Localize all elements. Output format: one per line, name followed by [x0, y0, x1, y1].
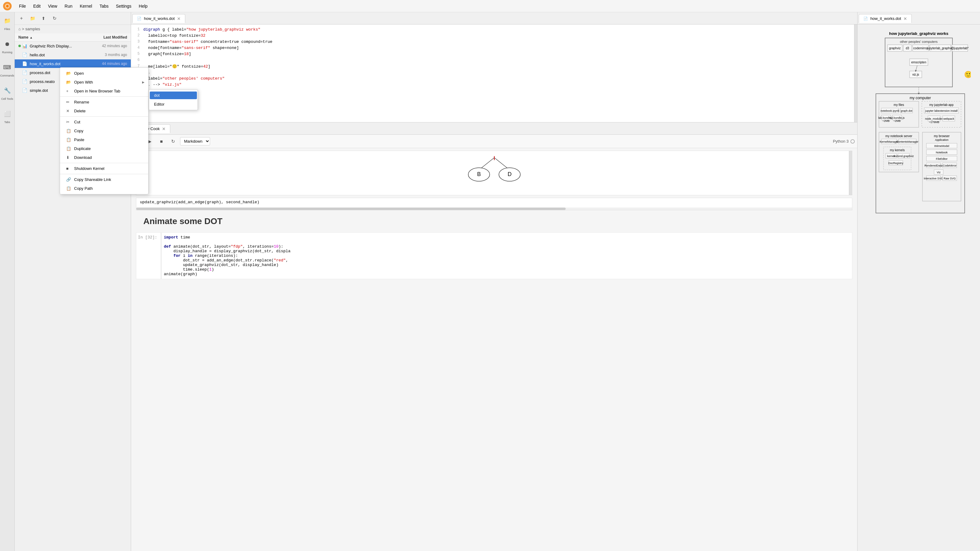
- context-download[interactable]: ⬇ Download: [60, 153, 148, 162]
- cut-icon: ✂: [66, 120, 71, 124]
- rename-label: Rename: [74, 100, 89, 105]
- center-panel: 📄 how_it_works.dot ✕ 1 digraph g { label…: [131, 12, 858, 551]
- code-line-8: 8 ...: [131, 70, 854, 76]
- context-copy-path[interactable]: 📋 Copy Path: [60, 184, 148, 193]
- download-icon: ⬇: [66, 155, 71, 160]
- menu-help[interactable]: Help: [136, 2, 151, 10]
- close-graph-tab-button[interactable]: ✕: [904, 16, 907, 21]
- menu-kernel[interactable]: Kernel: [76, 2, 95, 10]
- cell-scrollbar[interactable]: [849, 151, 852, 195]
- update-cell: update_graphviz(add_an_edge(graph), seco…: [136, 198, 852, 210]
- commands-icon[interactable]: ⌨: [1, 61, 13, 73]
- list-item[interactable]: 📄 how_it_works.dot 44 minutes ago: [15, 59, 131, 68]
- new-tab-icon: +: [66, 89, 71, 94]
- column-modified-header: Last Modified: [78, 35, 127, 40]
- open-with-label: Open With: [74, 80, 93, 84]
- svg-text:FileEditor: FileEditor: [936, 157, 948, 160]
- editor-scrollbar[interactable]: [854, 24, 857, 122]
- activity-cell-tools[interactable]: 🔧 Cell Tools: [1, 84, 13, 100]
- context-open[interactable]: 📂 Open: [60, 69, 148, 78]
- code-line-6: 6: [131, 57, 854, 64]
- dot-file-icon: 📄: [22, 70, 27, 75]
- download-label: Download: [74, 155, 92, 160]
- submenu-item-editor[interactable]: Editor: [149, 100, 197, 109]
- breadcrumb-folder[interactable]: samples: [25, 27, 40, 31]
- tab-how-it-works-dot[interactable]: 📄 how_it_works.dot ✕: [132, 14, 185, 23]
- svg-text:B: B: [477, 171, 480, 177]
- context-rename[interactable]: ✏ Rename: [60, 98, 148, 106]
- menu-file[interactable]: File: [16, 2, 29, 10]
- context-copy[interactable]: 📋 Copy: [60, 126, 148, 135]
- cut-label: Cut: [74, 120, 80, 124]
- code-line-10: 10 ... --> "viz.js": [131, 82, 854, 88]
- list-item[interactable]: 📄 hello.dot 3 months ago: [15, 51, 131, 59]
- context-delete[interactable]: ✕ Delete: [60, 106, 148, 115]
- context-shutdown-kernel[interactable]: ■ Shutdown Kernel: [60, 164, 148, 173]
- open-with-icon: 📂: [66, 80, 71, 84]
- stop-kernel-button[interactable]: ■: [157, 137, 166, 146]
- svg-text:Viz: Viz: [937, 171, 941, 174]
- upload-button[interactable]: ⬆: [39, 14, 48, 23]
- file-name: hello.dot: [30, 52, 78, 57]
- menu-tabs[interactable]: Tabs: [97, 2, 112, 10]
- code-line-4: 4 node[fontname="sans-serif" shape=none]: [131, 45, 854, 51]
- refresh-button[interactable]: ↻: [50, 14, 59, 23]
- file-name: Graphviz Rich Display...: [30, 44, 78, 48]
- column-name-header[interactable]: Name ▲: [18, 35, 78, 40]
- duplicate-icon: 📋: [66, 146, 71, 151]
- menu-run[interactable]: Run: [62, 2, 76, 10]
- code-editor[interactable]: 1 digraph g { label="how jupyterlab_grap…: [131, 24, 854, 122]
- submenu-item-dot[interactable]: dot: [150, 92, 197, 99]
- notebook-tab-bar: display Cook ✕: [131, 122, 857, 135]
- paste-label: Paste: [74, 137, 84, 142]
- shutdown-label: Shutdown Kernel: [74, 166, 105, 171]
- context-divider-3: [60, 163, 148, 163]
- cell-tools-icon[interactable]: 🔧: [1, 84, 13, 97]
- running-icon[interactable]: ⏺: [1, 38, 13, 50]
- tab-graph-preview[interactable]: 📄 how_it_works.dot ✕: [859, 14, 912, 23]
- menu-edit[interactable]: Edit: [30, 2, 44, 10]
- neato-file-icon: 📄: [22, 79, 27, 84]
- notebook-scroll[interactable]: B D update_graphviz(add_an_edge(graph), …: [131, 148, 857, 551]
- menu-view[interactable]: View: [45, 2, 60, 10]
- horizontal-scrollbar[interactable]: [136, 208, 852, 210]
- files-icon[interactable]: 📁: [1, 15, 13, 27]
- svg-text:CodeMirror: CodeMirror: [943, 164, 956, 167]
- context-duplicate[interactable]: 📋 Duplicate: [60, 144, 148, 153]
- svg-text:webpack: webpack: [943, 117, 954, 120]
- activity-tabs[interactable]: ⬜ Tabs: [1, 108, 13, 124]
- context-open-with[interactable]: 📂 Open With dot Editor: [60, 78, 148, 87]
- context-menu: 📂 Open 📂 Open With dot Editor + Open in …: [60, 67, 148, 194]
- new-folder-button[interactable]: 📁: [28, 14, 37, 23]
- activity-running[interactable]: ⏺ Running: [1, 38, 13, 54]
- tabs-icon[interactable]: ⬜: [1, 108, 13, 120]
- svg-text:🙂: 🙂: [964, 70, 971, 79]
- context-paste[interactable]: 📋 Paste: [60, 135, 148, 144]
- menu-settings[interactable]: Settings: [113, 2, 135, 10]
- close-notebook-tab-button[interactable]: ✕: [162, 127, 166, 131]
- commands-label: Commands: [0, 74, 14, 77]
- graph-cell: B D: [136, 151, 852, 195]
- cell-code[interactable]: import time def animate(dot_str, layout=…: [161, 233, 852, 279]
- app-logo: [2, 1, 12, 11]
- svg-line-27: [916, 65, 917, 71]
- restart-kernel-button[interactable]: ↻: [169, 137, 178, 146]
- close-tab-button[interactable]: ✕: [177, 16, 181, 21]
- activity-commands[interactable]: ⌨ Commands: [0, 61, 14, 77]
- paste-icon: 📋: [66, 137, 71, 142]
- svg-text:graph.dot: graph.dot: [901, 109, 913, 112]
- graph-tab-icon: 📄: [863, 16, 868, 21]
- activity-files[interactable]: 📁 Files: [1, 15, 13, 30]
- file-modified: 42 minutes ago: [78, 44, 127, 48]
- list-item[interactable]: 📊 Graphviz Rich Display... 42 minutes ag…: [15, 41, 131, 51]
- cell-type-select[interactable]: Markdown Code Raw: [180, 137, 210, 145]
- open-icon: 📂: [66, 71, 71, 76]
- context-open-browser-tab[interactable]: + Open in New Browser Tab: [60, 87, 148, 95]
- new-launcher-button[interactable]: +: [17, 14, 26, 23]
- delete-label: Delete: [74, 109, 86, 113]
- svg-text:my computer: my computer: [910, 96, 931, 100]
- dot-file-tab-icon: 📄: [137, 16, 142, 21]
- copy-path-label: Copy Path: [74, 186, 93, 191]
- context-cut[interactable]: ✂ Cut: [60, 118, 148, 126]
- context-copy-shareable-link[interactable]: 🔗 Copy Shareable Link: [60, 175, 148, 184]
